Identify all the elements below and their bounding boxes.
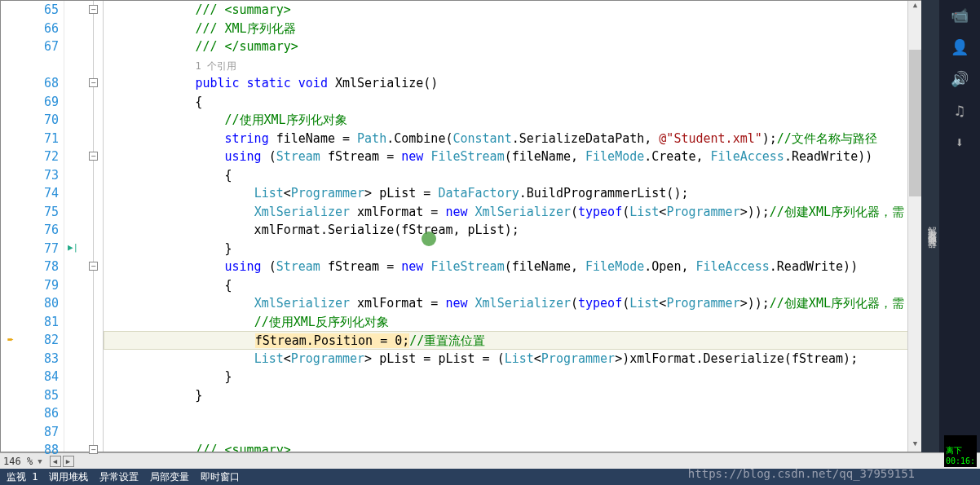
line-number[interactable]: 73 — [1, 166, 59, 185]
scrollbar-thumb[interactable] — [909, 50, 921, 196]
line-number[interactable]: 83 — [1, 350, 59, 368]
line-number — [1, 56, 59, 75]
vertical-scrollbar[interactable]: ▲ ▼ — [907, 1, 921, 452]
fold-toggle[interactable]: − — [89, 445, 98, 454]
line-number[interactable]: 81 — [1, 313, 59, 332]
line-number[interactable]: 67 — [1, 37, 59, 56]
immediate-tab[interactable]: 即时窗口 — [201, 470, 240, 484]
fold-toggle[interactable]: − — [89, 152, 98, 161]
exception-tab[interactable]: 异常设置 — [99, 470, 139, 484]
line-number[interactable]: 77 — [1, 240, 59, 258]
line-number[interactable]: 85 — [1, 386, 59, 405]
solution-explorer-tab[interactable]: 解决方案资源管理器 — [921, 0, 939, 452]
line-number[interactable]: 66 — [1, 20, 59, 38]
line-number[interactable]: 76 — [1, 221, 59, 240]
locals-tab[interactable]: 局部变量 — [150, 470, 189, 484]
line-number-gutter: 65 66 67 68 69 70 71 72 73 74 75 76 77 7… — [1, 1, 64, 452]
line-number[interactable]: 72 — [1, 148, 59, 166]
line-number[interactable]: 68 — [1, 74, 59, 93]
line-number[interactable]: 65 — [1, 1, 59, 20]
download-icon[interactable]: ⬇ — [956, 134, 965, 151]
line-number[interactable]: 80 — [1, 294, 59, 313]
music-icon[interactable]: ♫ — [956, 102, 965, 119]
fold-toggle[interactable]: − — [89, 5, 98, 14]
line-number[interactable]: 71 — [1, 130, 59, 148]
watch-tab[interactable]: 监视 1 — [7, 470, 38, 484]
line-number[interactable]: 84 — [1, 368, 59, 386]
line-number[interactable]: 78 — [1, 258, 59, 276]
fold-toggle[interactable]: − — [89, 262, 98, 271]
code-editor: 65 66 67 68 69 70 71 72 73 74 75 76 77 7… — [0, 0, 980, 452]
sound-icon[interactable]: 🔊 — [951, 70, 969, 87]
line-number[interactable]: 74 — [1, 184, 59, 203]
line-number[interactable]: ➨82 — [1, 331, 59, 350]
play-marker-icon: ▶| — [68, 242, 78, 253]
line-number[interactable]: 69 — [1, 93, 59, 112]
right-toolbar: 📹 👤 🔊 ♫ ⬇ — [939, 0, 980, 452]
user-icon[interactable]: 👤 — [951, 38, 969, 55]
watermark-text: https://blog.csdn.net/qq_37959151 — [688, 467, 915, 480]
scroll-right-arrow[interactable]: ▶ — [63, 456, 74, 467]
timer-display: 离下 00:16: — [944, 435, 977, 467]
current-execution-line[interactable]: fStream.Position = 0;//重置流位置 — [104, 331, 979, 350]
line-number[interactable]: 79 — [1, 276, 59, 295]
line-number[interactable]: 88 — [1, 441, 59, 460]
fold-toggle[interactable]: − — [89, 78, 98, 87]
line-number[interactable]: 75 — [1, 203, 59, 222]
line-number[interactable]: 70 — [1, 111, 59, 130]
references-hint[interactable]: 1 个引用 — [195, 60, 236, 72]
callstack-tab[interactable]: 调用堆栈 — [49, 470, 88, 484]
video-icon[interactable]: 📹 — [951, 7, 969, 24]
editor-bottom-bar: 146 % ▼ ◀ ▶ — [0, 452, 980, 469]
right-panel: 解决方案资源管理器 📹 👤 🔊 ♫ ⬇ — [921, 0, 980, 452]
scroll-down-arrow[interactable]: ▼ — [909, 439, 921, 452]
line-number[interactable]: 86 — [1, 404, 59, 423]
text-cursor-icon — [422, 231, 436, 246]
current-line-arrow-icon: ➨ — [7, 331, 14, 350]
fold-column: − − − ▶| − − — [64, 1, 104, 452]
scroll-up-arrow[interactable]: ▲ — [909, 1, 921, 13]
code-area[interactable]: /// <summary> /// XML序列化器 /// </summary>… — [104, 1, 979, 452]
line-number[interactable]: 87 — [1, 423, 59, 442]
